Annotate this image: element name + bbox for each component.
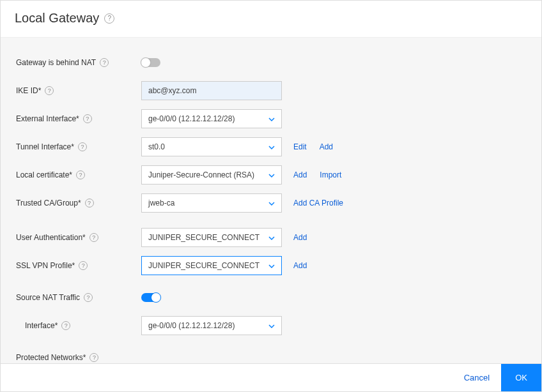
label-gateway-nat: Gateway is behind NAT bbox=[16, 58, 96, 67]
interface-select[interactable]: ge-0/0/0 (12.12.12.12/28) bbox=[141, 316, 282, 335]
local-gateway-dialog: Local Gateway ? Gateway is behind NAT ? … bbox=[0, 0, 542, 392]
ssl-vpn-select[interactable]: JUNIPER_SECURE_CONNECT bbox=[141, 256, 282, 275]
local-cert-value: Juniper-Secure-Connect (RSA) bbox=[148, 170, 254, 179]
ext-iface-value: ge-0/0/0 (12.12.12.12/28) bbox=[148, 114, 235, 123]
dialog-footer: Cancel OK bbox=[1, 363, 541, 391]
row-gateway-nat: Gateway is behind NAT ? bbox=[16, 53, 526, 72]
help-icon[interactable]: ? bbox=[85, 199, 94, 207]
dialog-body: Gateway is behind NAT ? IKE ID* ? abc@xy… bbox=[1, 38, 541, 363]
row-protected: Protected Networks* ? bbox=[16, 348, 526, 363]
cert-import-link[interactable]: Import bbox=[320, 170, 341, 179]
help-icon[interactable]: ? bbox=[100, 58, 109, 67]
label-protected: Protected Networks* bbox=[16, 353, 86, 362]
label-local-cert: Local certificate* bbox=[16, 170, 72, 179]
user-auth-add-link[interactable]: Add bbox=[293, 233, 307, 242]
help-icon[interactable]: ? bbox=[89, 353, 98, 362]
row-ssl-vpn: SSL VPN Profile* ? JUNIPER_SECURE_CONNEC… bbox=[16, 256, 526, 275]
row-local-cert: Local certificate* ? Juniper-Secure-Conn… bbox=[16, 165, 526, 185]
cert-add-link[interactable]: Add bbox=[293, 170, 307, 179]
tunnel-edit-link[interactable]: Edit bbox=[293, 142, 307, 151]
tunnel-iface-value: st0.0 bbox=[148, 142, 165, 151]
ike-id-value: abc@xyz.com bbox=[148, 86, 197, 95]
trusted-ca-value: jweb-ca bbox=[148, 199, 174, 207]
dialog-header: Local Gateway ? bbox=[1, 1, 541, 38]
help-icon[interactable]: ? bbox=[45, 86, 54, 95]
help-icon[interactable]: ? bbox=[84, 293, 93, 302]
ssl-vpn-value: JUNIPER_SECURE_CONNECT bbox=[148, 261, 259, 270]
row-interface: Interface* ? ge-0/0/0 (12.12.12.12/28) bbox=[16, 316, 526, 335]
chevron-down-icon bbox=[268, 261, 275, 270]
tunnel-iface-select[interactable]: st0.0 bbox=[141, 137, 282, 156]
user-auth-value: JUNIPER_SECURE_CONNECT bbox=[148, 233, 259, 242]
chevron-down-icon bbox=[268, 114, 275, 123]
label-trusted-ca: Trusted CA/Group* bbox=[16, 199, 81, 207]
label-interface: Interface* bbox=[25, 321, 58, 330]
label-user-auth: User Authentication* bbox=[16, 233, 86, 242]
row-trusted-ca: Trusted CA/Group* ? jweb-ca Add CA Profi… bbox=[16, 193, 526, 213]
chevron-down-icon bbox=[268, 233, 275, 242]
row-tunnel-iface: Tunnel Interface* ? st0.0 Edit Add bbox=[16, 137, 526, 156]
toggle-knob bbox=[151, 292, 161, 303]
help-icon[interactable]: ? bbox=[79, 261, 88, 270]
label-source-nat: Source NAT Traffic bbox=[16, 293, 80, 302]
user-auth-select[interactable]: JUNIPER_SECURE_CONNECT bbox=[141, 228, 282, 247]
ext-iface-select[interactable]: ge-0/0/0 (12.12.12.12/28) bbox=[141, 109, 282, 128]
ok-button[interactable]: OK bbox=[501, 364, 541, 391]
ike-id-input[interactable]: abc@xyz.com bbox=[141, 81, 282, 100]
row-ext-iface: External Interface* ? ge-0/0/0 (12.12.12… bbox=[16, 109, 526, 128]
toggle-knob bbox=[141, 57, 151, 68]
help-icon[interactable]: ? bbox=[89, 233, 98, 242]
row-source-nat: Source NAT Traffic ? bbox=[16, 288, 526, 307]
label-ike-id: IKE ID* bbox=[16, 86, 41, 95]
row-user-auth: User Authentication* ? JUNIPER_SECURE_CO… bbox=[16, 228, 526, 247]
chevron-down-icon bbox=[268, 199, 275, 207]
help-icon[interactable]: ? bbox=[61, 321, 70, 330]
label-ssl-vpn: SSL VPN Profile* bbox=[16, 261, 75, 270]
help-icon[interactable]: ? bbox=[83, 114, 92, 123]
row-ike-id: IKE ID* ? abc@xyz.com bbox=[16, 81, 526, 100]
chevron-down-icon bbox=[268, 142, 275, 151]
page-title: Local Gateway bbox=[15, 11, 99, 26]
chevron-down-icon bbox=[268, 170, 275, 179]
cancel-button[interactable]: Cancel bbox=[453, 364, 501, 391]
ssl-vpn-add-link[interactable]: Add bbox=[293, 261, 307, 270]
label-ext-iface: External Interface* bbox=[16, 114, 79, 123]
local-cert-select[interactable]: Juniper-Secure-Connect (RSA) bbox=[141, 165, 282, 185]
label-tunnel-iface: Tunnel Interface* bbox=[16, 142, 74, 151]
interface-value: ge-0/0/0 (12.12.12.12/28) bbox=[148, 321, 235, 330]
help-icon[interactable]: ? bbox=[76, 170, 85, 179]
chevron-down-icon bbox=[268, 321, 275, 330]
add-ca-profile-link[interactable]: Add CA Profile bbox=[293, 199, 343, 207]
tunnel-add-link[interactable]: Add bbox=[320, 142, 333, 151]
trusted-ca-select[interactable]: jweb-ca bbox=[141, 193, 282, 213]
source-nat-toggle[interactable] bbox=[141, 293, 160, 302]
gateway-nat-toggle[interactable] bbox=[141, 58, 160, 67]
help-icon[interactable]: ? bbox=[104, 13, 114, 24]
help-icon[interactable]: ? bbox=[78, 142, 87, 151]
